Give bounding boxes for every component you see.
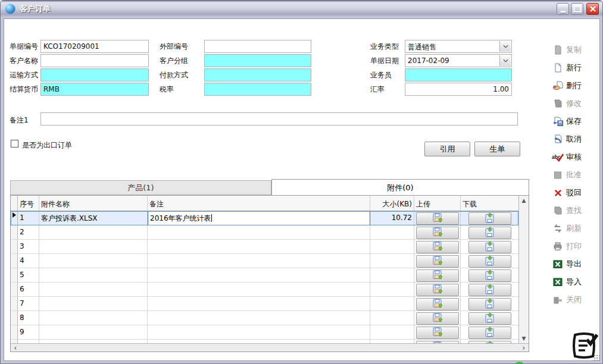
cell-no[interactable]: 8 [18,311,39,325]
cell-size[interactable]: 10.72 [370,211,414,225]
cell-no[interactable]: 3 [18,240,39,254]
resize-grip[interactable] [593,354,601,362]
col-filename[interactable]: 附件名称 [39,196,148,211]
col-size[interactable]: 大小(KB) [370,196,414,211]
cell-filename[interactable] [39,325,148,340]
upload-button[interactable] [416,212,459,225]
cell-filename[interactable] [39,240,148,254]
remark1-field[interactable] [40,112,518,125]
upload-button[interactable] [416,327,459,339]
download-button[interactable] [468,284,511,296]
download-button[interactable] [468,269,511,282]
vertical-scrollbar[interactable]: ▲ ▼ [518,196,529,343]
cell-size[interactable] [370,240,414,254]
payment-field[interactable] [204,68,311,81]
cell-remark[interactable]: 2016年客户统计表 [148,211,370,225]
col-remark[interactable]: 备注 [148,196,370,211]
cell-remark[interactable] [148,325,370,340]
cell-remark[interactable] [148,297,370,311]
upload-button[interactable] [416,227,459,239]
download-button[interactable] [468,298,511,310]
row-selector[interactable] [11,297,18,311]
cell-size[interactable] [370,254,414,268]
customer-group-field[interactable] [204,54,311,67]
table-row[interactable]: 3 [11,240,518,254]
scroll-left-icon[interactable]: ‹ [11,344,20,352]
upload-button[interactable] [416,241,459,253]
chevron-down-icon[interactable] [499,41,511,52]
doc-no-field[interactable]: KCO170209001 [40,40,149,53]
cell-no[interactable]: 9 [18,325,39,340]
download-button[interactable] [468,212,511,225]
doc-date-select[interactable]: 2017-02-09 [405,54,512,67]
quote-button[interactable]: 引用 [424,142,470,156]
horizontal-scrollbar[interactable]: ‹ › [11,343,529,352]
download-button[interactable] [468,227,511,239]
download-button[interactable] [468,241,511,253]
table-row[interactable]: 8 [11,311,518,325]
cell-size[interactable] [370,311,414,325]
cell-remark[interactable] [148,240,370,254]
cell-remark[interactable] [148,283,370,297]
row-selector[interactable] [11,268,18,283]
sidebar-button-reject[interactable]: 驳回 [552,186,582,200]
cell-no[interactable]: 7 [18,297,39,311]
scroll-right-icon[interactable]: › [519,344,529,352]
biz-type-select[interactable]: 普通销售 [405,40,512,53]
upload-button[interactable] [416,284,459,296]
sidebar-button-new-row[interactable]: 新行 [552,61,582,75]
row-selector[interactable] [11,225,18,240]
table-row[interactable]: 6 [11,283,518,297]
row-selector[interactable] [11,211,18,225]
sidebar-button-save[interactable]: 保存 [552,114,582,128]
table-row[interactable]: 9 [11,325,518,340]
cell-filename[interactable] [39,283,148,297]
col-no[interactable]: 序号 [18,196,39,211]
upload-button[interactable] [416,255,459,268]
cell-remark[interactable] [148,254,370,268]
col-upload[interactable]: 上传 [414,196,461,211]
green-arrow-icon[interactable] [513,361,526,364]
cell-filename[interactable] [39,254,148,268]
upload-button[interactable] [416,269,459,282]
upload-button[interactable] [416,312,459,325]
table-row[interactable]: 1客户投诉表.XLSX2016年客户统计表10.72 [11,211,518,225]
cell-filename[interactable] [39,297,148,311]
transport-field[interactable] [40,68,149,81]
cell-size[interactable] [370,283,414,297]
sidebar-button-import[interactable]: 导入 [552,275,582,289]
row-selector[interactable] [11,254,18,268]
cell-filename[interactable]: 客户投诉表.XLSX [39,211,148,225]
download-button[interactable] [468,255,511,268]
export-order-checkbox[interactable] [11,140,18,148]
sidebar-button-export[interactable]: 导出 [552,257,582,271]
customer-name-field[interactable] [40,54,149,67]
scroll-down-icon[interactable]: ▼ [519,334,529,343]
chevron-down-icon[interactable] [499,55,511,66]
cell-no[interactable]: 2 [18,225,39,240]
tab-attachments[interactable]: 附件(0) [271,179,529,196]
cell-remark[interactable] [148,268,370,283]
cell-no[interactable]: 5 [18,268,39,283]
currency-field[interactable]: RMB [40,83,149,96]
cell-remark[interactable] [148,311,370,325]
cell-size[interactable] [370,268,414,283]
cell-filename[interactable] [39,225,148,240]
cell-filename[interactable] [39,268,148,283]
sidebar-button-delete-row[interactable]: 删行 [552,79,582,93]
cell-size[interactable] [370,297,414,311]
download-button[interactable] [468,327,511,339]
cell-size[interactable] [370,225,414,240]
cell-no[interactable]: 1 [18,211,39,225]
sidebar-button-audit[interactable]: abc审核 [552,150,582,164]
close-button[interactable] [586,3,599,15]
table-row[interactable]: 7 [11,297,518,311]
col-download[interactable]: 下载 [461,196,518,211]
tab-products[interactable]: 产品(1) [10,180,271,195]
ext-no-field[interactable] [204,40,311,53]
download-button[interactable] [468,312,511,325]
cell-no[interactable]: 6 [18,283,39,297]
table-row[interactable]: 4 [11,254,518,268]
tax-rate-field[interactable] [204,83,311,96]
salesman-field[interactable] [405,68,512,81]
